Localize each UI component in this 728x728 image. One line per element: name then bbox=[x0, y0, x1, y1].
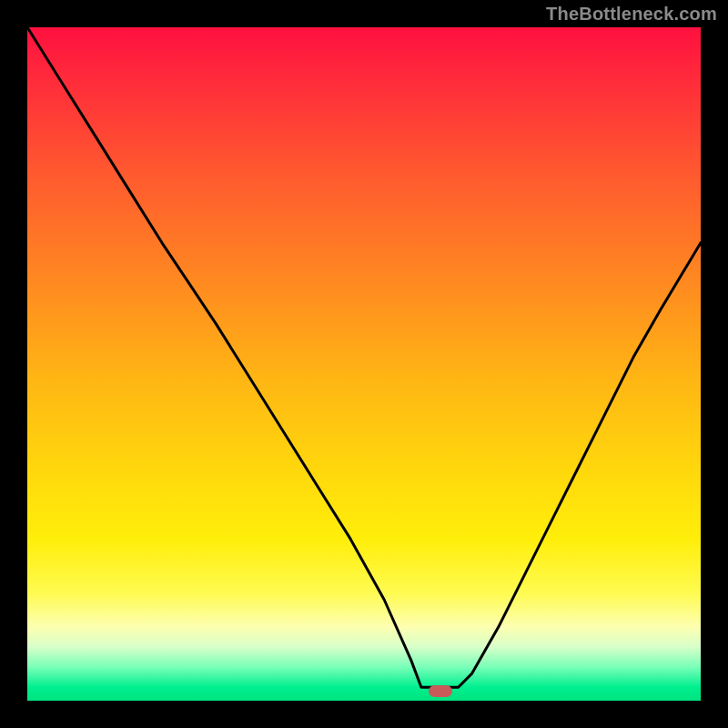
optimum-marker bbox=[429, 685, 452, 697]
bottleneck-curve bbox=[27, 27, 701, 687]
curve-svg bbox=[27, 27, 701, 701]
chart-frame: TheBottleneck.com bbox=[0, 0, 728, 728]
plot-area bbox=[27, 27, 701, 701]
watermark-text: TheBottleneck.com bbox=[546, 4, 717, 25]
